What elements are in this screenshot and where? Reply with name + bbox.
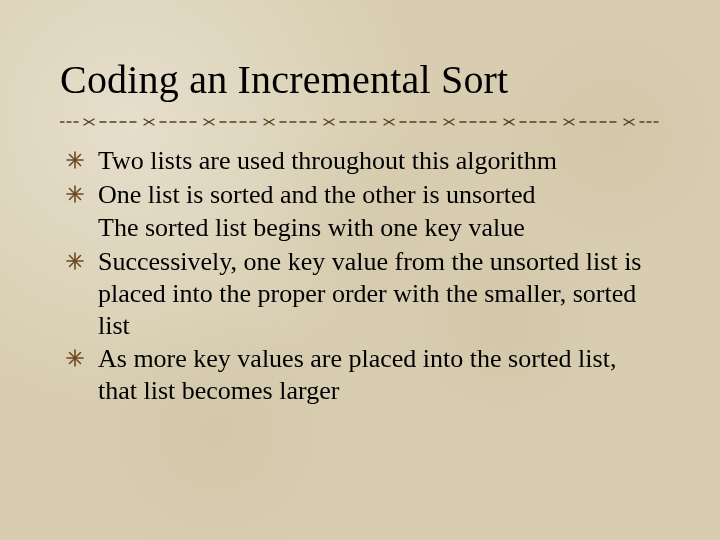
svg-point-57 xyxy=(74,260,77,263)
list-item: The sorted list begins with one key valu… xyxy=(98,212,660,244)
list-item-text: One list is sorted and the other is unso… xyxy=(98,180,536,209)
bullet-icon xyxy=(66,252,84,270)
list-item-text: As more key values are placed into the s… xyxy=(98,344,616,405)
svg-point-48 xyxy=(74,192,77,195)
list-item-text: The sorted list begins with one key valu… xyxy=(98,213,525,242)
svg-line-35 xyxy=(70,155,74,159)
slide-title: Coding an Incremental Sort xyxy=(60,56,660,103)
svg-line-65 xyxy=(70,360,74,364)
list-item: One list is sorted and the other is unso… xyxy=(98,179,660,211)
list-item-text: Successively, one key value from the uns… xyxy=(98,247,641,339)
svg-point-66 xyxy=(74,357,77,360)
svg-line-63 xyxy=(77,360,81,364)
bullet-list: Two lists are used throughout this algor… xyxy=(60,145,660,407)
svg-line-56 xyxy=(70,263,74,267)
svg-line-62 xyxy=(70,353,74,357)
bullet-icon xyxy=(66,349,84,367)
list-item-text: Two lists are used throughout this algor… xyxy=(98,146,557,175)
svg-line-64 xyxy=(77,353,81,357)
slide: Coding an Incremental Sort xyxy=(0,0,720,540)
svg-line-45 xyxy=(77,196,81,200)
svg-line-55 xyxy=(77,256,81,260)
list-item: Two lists are used throughout this algor… xyxy=(98,145,660,177)
svg-line-53 xyxy=(70,256,74,260)
svg-point-39 xyxy=(74,159,77,162)
svg-line-36 xyxy=(77,162,81,166)
svg-line-47 xyxy=(70,196,74,200)
stitch-divider-icon xyxy=(60,117,660,127)
svg-line-38 xyxy=(70,162,74,166)
svg-line-44 xyxy=(70,188,74,192)
svg-line-37 xyxy=(77,155,81,159)
list-item: As more key values are placed into the s… xyxy=(98,343,660,406)
svg-line-46 xyxy=(77,188,81,192)
bullet-icon xyxy=(66,151,84,169)
svg-line-54 xyxy=(77,263,81,267)
list-item: Successively, one key value from the uns… xyxy=(98,246,660,341)
title-divider xyxy=(60,117,660,127)
bullet-icon xyxy=(66,185,84,203)
